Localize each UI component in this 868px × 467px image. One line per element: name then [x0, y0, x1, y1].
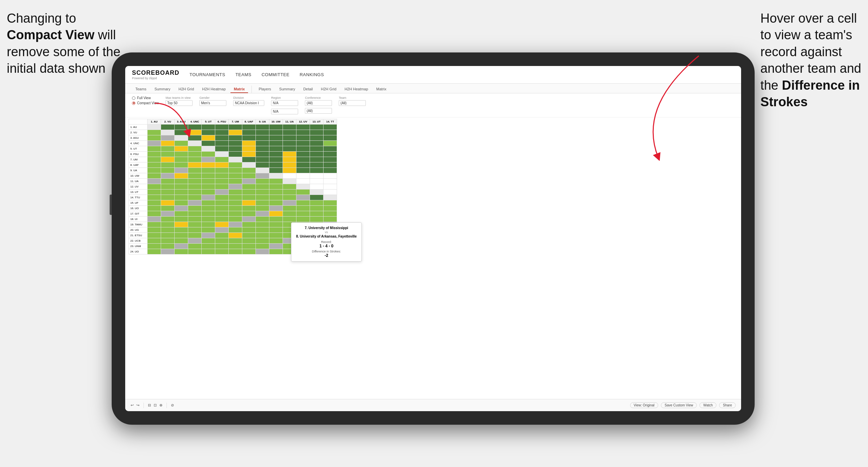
matrix-cell[interactable] — [256, 184, 269, 190]
nav-teams[interactable]: TEAMS — [236, 72, 251, 77]
matrix-cell[interactable] — [161, 146, 175, 152]
matrix-cell[interactable] — [296, 211, 310, 217]
subnav-matrix[interactable]: Matrix — [230, 86, 248, 93]
matrix-cell[interactable] — [229, 168, 242, 173]
matrix-cell[interactable] — [175, 146, 188, 152]
matrix-cell[interactable] — [324, 157, 337, 162]
matrix-cell[interactable] — [310, 200, 324, 206]
subnav-players-h2h-heatmap[interactable]: H2H Heatmap — [341, 86, 372, 93]
toolbar-share[interactable]: Share — [719, 402, 736, 408]
matrix-cell[interactable] — [324, 206, 337, 211]
matrix-cell[interactable] — [175, 227, 188, 233]
matrix-cell[interactable] — [229, 125, 242, 130]
matrix-cell[interactable] — [202, 190, 215, 195]
matrix-cell[interactable] — [324, 217, 337, 222]
matrix-cell[interactable] — [175, 162, 188, 168]
matrix-cell[interactable] — [242, 233, 256, 238]
matrix-cell[interactable] — [175, 217, 188, 222]
matrix-cell[interactable] — [310, 146, 324, 152]
matrix-cell[interactable] — [296, 125, 310, 130]
matrix-cell[interactable] — [229, 190, 242, 195]
matrix-cell[interactable] — [242, 206, 256, 211]
matrix-cell[interactable] — [188, 173, 202, 179]
subnav-h2h-grid[interactable]: H2H Grid — [175, 86, 197, 93]
matrix-cell[interactable] — [202, 173, 215, 179]
matrix-cell[interactable] — [161, 227, 175, 233]
matrix-cell[interactable] — [148, 227, 161, 233]
matrix-cell[interactable] — [175, 238, 188, 244]
matrix-cell[interactable] — [161, 162, 175, 168]
matrix-cell[interactable] — [148, 244, 161, 249]
matrix-cell[interactable] — [161, 130, 175, 135]
matrix-cell[interactable] — [256, 125, 269, 130]
matrix-cell[interactable] — [188, 135, 202, 141]
matrix-cell[interactable] — [148, 206, 161, 211]
matrix-cell[interactable] — [242, 162, 256, 168]
matrix-cell[interactable] — [175, 190, 188, 195]
matrix-cell[interactable] — [269, 244, 283, 249]
matrix-cell[interactable] — [296, 152, 310, 157]
matrix-cell[interactable] — [215, 184, 229, 190]
matrix-cell[interactable] — [310, 168, 324, 173]
matrix-cell[interactable] — [269, 238, 283, 244]
matrix-cell[interactable] — [229, 162, 242, 168]
matrix-cell[interactable] — [310, 130, 324, 135]
matrix-cell[interactable] — [161, 238, 175, 244]
matrix-cell[interactable] — [324, 200, 337, 206]
matrix-cell[interactable] — [256, 152, 269, 157]
matrix-cell[interactable] — [175, 179, 188, 184]
filter-conference-select2[interactable]: (All) — [305, 108, 332, 114]
matrix-cell[interactable] — [148, 233, 161, 238]
matrix-cell[interactable] — [242, 222, 256, 227]
matrix-cell[interactable] — [310, 184, 324, 190]
matrix-cell[interactable] — [175, 244, 188, 249]
matrix-cell[interactable] — [161, 249, 175, 254]
matrix-cell[interactable] — [188, 146, 202, 152]
matrix-cell[interactable] — [202, 244, 215, 249]
matrix-cell[interactable] — [256, 146, 269, 152]
matrix-cell[interactable] — [256, 233, 269, 238]
matrix-cell[interactable] — [202, 200, 215, 206]
matrix-cell[interactable] — [256, 249, 269, 254]
matrix-cell[interactable] — [269, 141, 283, 146]
matrix-cell[interactable] — [188, 195, 202, 200]
matrix-cell[interactable] — [283, 125, 296, 130]
matrix-cell[interactable] — [296, 157, 310, 162]
matrix-cell[interactable] — [242, 135, 256, 141]
toolbar-redo[interactable]: ↪ — [136, 403, 139, 407]
matrix-cell[interactable] — [202, 217, 215, 222]
matrix-cell[interactable] — [202, 222, 215, 227]
matrix-cell[interactable] — [215, 179, 229, 184]
matrix-cell[interactable] — [175, 141, 188, 146]
toolbar-btn4[interactable]: ⊘ — [171, 403, 174, 407]
matrix-cell[interactable] — [242, 141, 256, 146]
matrix-cell[interactable] — [269, 222, 283, 227]
matrix-cell[interactable] — [324, 130, 337, 135]
matrix-cell[interactable] — [188, 130, 202, 135]
matrix-cell[interactable] — [256, 173, 269, 179]
matrix-cell[interactable] — [229, 200, 242, 206]
matrix-cell[interactable] — [215, 162, 229, 168]
matrix-cell[interactable] — [161, 200, 175, 206]
matrix-cell[interactable] — [283, 195, 296, 200]
matrix-cell[interactable] — [161, 125, 175, 130]
subnav-h2h-heatmap[interactable]: H2H Heatmap — [199, 86, 229, 93]
matrix-cell[interactable] — [188, 190, 202, 195]
matrix-cell[interactable] — [242, 217, 256, 222]
matrix-cell[interactable] — [215, 168, 229, 173]
matrix-cell[interactable] — [229, 157, 242, 162]
matrix-cell[interactable] — [148, 168, 161, 173]
matrix-cell[interactable] — [324, 162, 337, 168]
toolbar-btn2[interactable]: ⊡ — [154, 403, 157, 407]
matrix-cell[interactable] — [188, 157, 202, 162]
matrix-cell[interactable] — [324, 184, 337, 190]
matrix-cell[interactable] — [283, 190, 296, 195]
matrix-cell[interactable] — [269, 135, 283, 141]
matrix-cell[interactable] — [283, 157, 296, 162]
matrix-cell[interactable] — [256, 130, 269, 135]
matrix-cell[interactable] — [175, 184, 188, 190]
matrix-cell[interactable] — [202, 168, 215, 173]
matrix-cell[interactable] — [202, 211, 215, 217]
matrix-cell[interactable] — [269, 233, 283, 238]
matrix-cell[interactable] — [161, 190, 175, 195]
